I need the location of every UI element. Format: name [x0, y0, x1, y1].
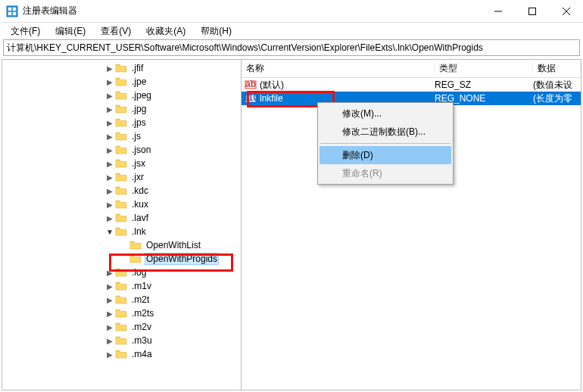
tree-item[interactable]: ▶.kux — [2, 198, 241, 211]
folder-icon — [115, 267, 127, 278]
tree-pane[interactable]: ▶.jfif▶.jpe▶.jpeg▶.jpg▶.jps▶.js▶.json▶.j… — [2, 60, 242, 390]
context-modify[interactable]: 修改(M)... — [320, 104, 451, 123]
folder-icon — [115, 117, 127, 128]
folder-icon — [115, 63, 127, 73]
expand-icon[interactable]: ▶ — [104, 64, 115, 73]
list-pane[interactable]: 名称 类型 数据 (默认)REG_SZ(数值未设lnkfileREG_NONE(… — [242, 60, 581, 390]
tree-item[interactable]: ▶.js — [2, 129, 241, 143]
menu-file[interactable]: 文件(F) — [3, 23, 48, 39]
expand-icon[interactable]: ▶ — [104, 214, 115, 222]
value-name: (默认) — [260, 79, 435, 92]
context-rename[interactable]: 重命名(R) — [320, 164, 451, 182]
svg-rect-1 — [8, 8, 11, 11]
tree-item[interactable]: ▶.m2v — [2, 320, 241, 334]
tree-item[interactable]: ▶.kdc — [2, 184, 241, 198]
tree-item[interactable]: ▶.m2t — [2, 293, 241, 306]
tree-item[interactable]: ▶.lavf — [2, 211, 241, 225]
value-row[interactable]: (默认)REG_SZ(数值未设 — [242, 78, 581, 92]
folder-icon — [115, 131, 127, 142]
menu-bar: 文件(F) 编辑(E) 查看(V) 收藏夹(A) 帮助(H) — [0, 23, 583, 39]
svg-rect-3 — [8, 12, 11, 15]
tree-item[interactable]: ▶.json — [2, 143, 241, 157]
tree-item[interactable]: ▶.jps — [2, 116, 241, 129]
expand-icon[interactable]: ▶ — [104, 173, 115, 182]
tree-item[interactable]: ▶.jpg — [2, 102, 241, 116]
expand-icon[interactable]: ▶ — [104, 105, 115, 114]
expand-icon[interactable]: ▶ — [104, 92, 115, 100]
expand-icon[interactable]: ▶ — [104, 310, 115, 318]
tree-item[interactable]: ▶OpenWithList — [2, 238, 241, 252]
folder-icon — [115, 349, 127, 359]
column-type[interactable]: 类型 — [435, 62, 533, 75]
tree-item-label: .kux — [130, 199, 150, 210]
tree-item[interactable]: ▶.m1v — [2, 279, 241, 293]
folder-icon — [129, 240, 142, 250]
string-value-icon — [245, 79, 257, 91]
expand-icon[interactable]: ▶ — [104, 132, 115, 141]
window-title: 注册表编辑器 — [23, 5, 481, 17]
expand-icon[interactable]: ▶ — [104, 146, 115, 154]
value-list: (默认)REG_SZ(数值未设lnkfileREG_NONE(长度为零 — [242, 78, 581, 105]
expand-icon[interactable]: ▶ — [104, 323, 115, 331]
folder-icon — [129, 254, 142, 264]
tree-item-label: .m2v — [130, 322, 153, 332]
tree-item[interactable]: ▶.m4a — [2, 347, 241, 361]
expand-icon[interactable]: ▶ — [104, 187, 115, 195]
tree-item[interactable]: ▶.jpeg — [2, 89, 241, 102]
tree-item[interactable]: ▶.jfif — [2, 61, 241, 75]
context-delete[interactable]: 删除(D) — [320, 146, 451, 164]
address-text: 计算机\HKEY_CURRENT_USER\Software\Microsoft… — [7, 42, 483, 54]
expand-icon[interactable]: ▶ — [104, 78, 115, 86]
registry-tree: ▶.jfif▶.jpe▶.jpeg▶.jpg▶.jps▶.js▶.json▶.j… — [2, 60, 241, 362]
menu-help[interactable]: 帮助(H) — [193, 23, 239, 39]
tree-item[interactable]: ▼.lnk — [2, 225, 241, 238]
context-menu: 修改(M)... 修改二进制数据(B)... 删除(D) 重命名(R) — [317, 102, 454, 185]
column-data[interactable]: 数据 — [533, 62, 581, 75]
tree-item[interactable]: ▶.m2ts — [2, 306, 241, 320]
expand-icon[interactable]: ▶ — [104, 119, 115, 127]
close-button[interactable] — [549, 0, 583, 22]
folder-icon — [115, 308, 127, 319]
address-bar[interactable]: 计算机\HKEY_CURRENT_USER\Software\Microsoft… — [3, 39, 580, 56]
tree-item[interactable]: ▶OpenWithProgids — [2, 252, 241, 266]
tree-item-label: .jsx — [130, 158, 147, 169]
expand-icon[interactable]: ▶ — [104, 296, 115, 304]
expand-icon[interactable]: ▶ — [104, 160, 115, 168]
binary-value-icon — [245, 92, 257, 104]
expand-icon[interactable]: ▶ — [104, 337, 115, 345]
tree-item[interactable]: ▶.jxr — [2, 170, 241, 184]
tree-item-label: .jpeg — [130, 90, 153, 101]
context-separator — [320, 143, 450, 144]
menu-view[interactable]: 查看(V) — [93, 23, 139, 39]
expand-icon[interactable]: ▶ — [104, 282, 115, 291]
expand-icon[interactable]: ▶ — [104, 201, 115, 209]
value-data: (数值未设 — [533, 79, 581, 92]
folder-icon — [115, 104, 127, 114]
window-controls — [481, 0, 583, 22]
tree-item-label: .lavf — [130, 213, 150, 223]
tree-item[interactable]: ▶.m3u — [2, 334, 241, 347]
minimize-button[interactable] — [481, 0, 515, 22]
menu-edit[interactable]: 编辑(E) — [48, 23, 93, 39]
title-bar: 注册表编辑器 — [0, 0, 583, 23]
tree-item-label: OpenWithProgids — [145, 253, 219, 265]
tree-item[interactable]: ▶.jpe — [2, 75, 241, 89]
tree-item-label: .jxr — [130, 172, 145, 182]
context-modify-binary[interactable]: 修改二进制数据(B)... — [320, 123, 451, 141]
tree-item-label: .jpg — [130, 104, 148, 114]
svg-rect-4 — [13, 12, 16, 15]
folder-icon — [115, 76, 127, 87]
tree-item[interactable]: ▶.log — [2, 266, 241, 279]
column-name[interactable]: 名称 — [242, 62, 435, 75]
folder-icon — [115, 322, 127, 332]
expand-icon[interactable]: ▶ — [104, 269, 115, 277]
list-header: 名称 类型 数据 — [242, 60, 581, 78]
expand-icon[interactable]: ▼ — [104, 228, 115, 236]
tree-item-label: .m2ts — [130, 308, 155, 319]
expand-icon[interactable]: ▶ — [104, 350, 115, 359]
tree-item[interactable]: ▶.jsx — [2, 157, 241, 170]
tree-item-label: .kdc — [130, 185, 150, 196]
menu-favorites[interactable]: 收藏夹(A) — [139, 23, 193, 39]
tree-item-label: .jpe — [130, 76, 148, 87]
maximize-button[interactable] — [515, 0, 549, 22]
